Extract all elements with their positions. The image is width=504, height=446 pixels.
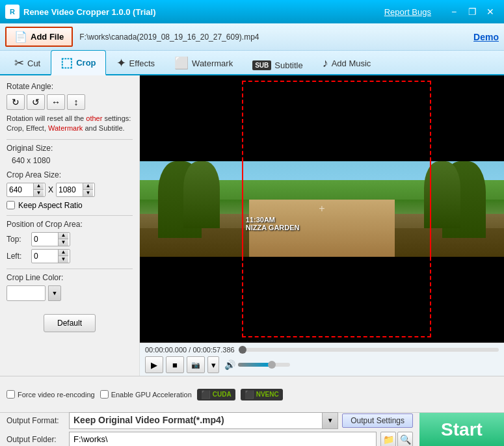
divider-1 [7, 139, 133, 140]
enable-gpu-option: Enable GPU Acceleration [100, 390, 192, 399]
top-field[interactable] [32, 234, 58, 244]
flip-v-button[interactable]: ↕ [67, 94, 85, 110]
position-label: Position of Crop Area: [7, 220, 133, 229]
watermark-icon: ⬜ [174, 56, 189, 70]
demo-link[interactable]: Demo [473, 32, 499, 42]
crop-width-field[interactable] [7, 185, 33, 195]
rotate-angle-label: Rotate Angle: [7, 82, 133, 91]
video-controls: 00:00:00.000 / 00:00:57.386 ▶ ■ 📷 ▾ 🔊 [140, 343, 504, 376]
tab-subtitle[interactable]: SUB Subtitle [243, 57, 312, 74]
default-button[interactable]: Default [44, 314, 96, 332]
close-button[interactable]: ✕ [482, 5, 499, 19]
nvidia-logo-icon: ⬛ [201, 390, 211, 399]
volume-slider: 🔊 [224, 360, 290, 370]
tab-watermark-label: Watermark [192, 59, 233, 68]
format-select: Keep Original Video Format(*.mp4) ▼ [69, 412, 338, 429]
left-down[interactable]: ▼ [58, 256, 68, 263]
crop-size-row: ▲ ▼ X ▲ ▼ [7, 183, 133, 197]
color-dropdown-arrow[interactable]: ▼ [48, 285, 61, 301]
crop-top-border [242, 81, 431, 161]
crop-width-input[interactable]: ▲ ▼ [7, 183, 46, 197]
position-top-row: Top: ▲ ▼ [7, 232, 133, 246]
tab-watermark[interactable]: ⬜ Watermark [165, 52, 242, 74]
add-file-button[interactable]: 📄 Add File [5, 27, 73, 47]
minimize-button[interactable]: − [445, 5, 462, 19]
crop-icon: ⬚ [60, 55, 73, 70]
folder-icons: 📁 🔍 [380, 432, 413, 447]
top-up[interactable]: ▲ [58, 233, 68, 239]
search-folder-button[interactable]: 🔍 [397, 432, 413, 447]
crop-right-line [430, 161, 431, 257]
original-size-label: Original Size: [7, 144, 133, 153]
keep-aspect-ratio-checkbox[interactable] [7, 201, 15, 209]
progress-track[interactable] [239, 348, 499, 352]
tab-cut[interactable]: ✂ Cut [5, 52, 49, 74]
tab-add-music[interactable]: ♪ Add Music [313, 53, 380, 74]
crop-width-arrows: ▲ ▼ [33, 183, 44, 196]
play-button[interactable]: ▶ [145, 356, 163, 373]
crop-height-field[interactable] [57, 185, 83, 195]
crop-line-color-label: Crop Line Color: [7, 273, 133, 282]
volume-icon: 🔊 [224, 360, 235, 370]
rotate-ccw-button[interactable]: ↺ [27, 94, 45, 110]
format-dropdown[interactable]: Keep Original Video Format(*.mp4) [69, 412, 323, 429]
rotate-cw-button[interactable]: ↻ [7, 94, 25, 110]
video-area[interactable]: 11:30AM NIZZA GARDEN + [140, 75, 504, 343]
tree-left-2 [183, 161, 220, 229]
screenshot-button[interactable]: 📷 [187, 356, 205, 373]
left-input[interactable]: ▲ ▼ [31, 249, 70, 263]
footer-left: Output Format: Keep Original Video Forma… [0, 413, 419, 446]
force-reencoding-checkbox[interactable] [7, 390, 15, 399]
browse-folder-button[interactable]: 📁 [380, 432, 396, 447]
tab-crop-label: Crop [76, 58, 96, 68]
current-time: 00:00:00.000 / 00:00:57.386 [145, 346, 235, 354]
stop-button[interactable]: ■ [166, 356, 184, 373]
tab-crop[interactable]: ⬚ Crop [51, 50, 105, 75]
tab-cut-label: Cut [27, 59, 40, 68]
format-arrow-icon[interactable]: ▼ [323, 412, 338, 429]
crop-width-down[interactable]: ▼ [33, 190, 44, 196]
volume-thumb[interactable] [268, 361, 276, 369]
tab-subtitle-label: Subtitle [274, 60, 302, 70]
left-up[interactable]: ▲ [58, 250, 68, 256]
divider-2 [7, 215, 133, 216]
progress-thumb[interactable] [239, 346, 246, 354]
color-box[interactable] [7, 285, 46, 301]
enable-gpu-checkbox[interactable] [100, 390, 109, 399]
title-bar: R Renee Video Cropper 1.0.0 (Trial) Repo… [0, 0, 504, 23]
left-field[interactable] [32, 251, 58, 261]
crop-left-line [242, 161, 243, 257]
crop-height-input[interactable]: ▲ ▼ [56, 183, 95, 197]
video-strip: 11:30AM NIZZA GARDEN + [140, 161, 504, 257]
ctrl-buttons: ▶ ■ 📷 ▾ 🔊 [145, 356, 499, 373]
original-size-value: 640 x 1080 [12, 156, 133, 165]
tab-effects[interactable]: ✦ Effects [107, 52, 165, 74]
folder-path-input[interactable] [69, 432, 377, 447]
output-folder-row: Output Folder: 📁 🔍 [7, 432, 413, 447]
rotation-notice: Rotation will reset all the other settin… [7, 114, 133, 134]
video-panel: 11:30AM NIZZA GARDEN + 00:00:00.000 / 00… [140, 75, 504, 376]
top-input[interactable]: ▲ ▼ [31, 232, 70, 246]
report-bugs-link[interactable]: Report Bugs [384, 7, 431, 17]
time-total-value: 00:00:57.386 [192, 346, 234, 354]
crop-height-up[interactable]: ▲ [83, 183, 93, 190]
crop-width-up[interactable]: ▲ [33, 183, 44, 190]
cuda-label: CUDA [213, 391, 232, 398]
effects-icon: ✦ [116, 56, 126, 70]
crop-height-down[interactable]: ▼ [83, 190, 93, 196]
file-path: F:\works\canada(2019_08_19_16_20_27_609)… [79, 33, 473, 42]
flip-h-button[interactable]: ↔ [47, 94, 65, 110]
restore-button[interactable]: ❐ [464, 5, 481, 19]
time-current-value: 00:00:00.000 [145, 346, 187, 354]
timestamp-location: NIZZA GARDEN [246, 224, 300, 231]
output-settings-button[interactable]: Output Settings [342, 413, 413, 428]
footer-row: Output Format: Keep Original Video Forma… [0, 412, 504, 446]
top-down[interactable]: ▼ [58, 239, 68, 246]
screenshot-dropdown[interactable]: ▾ [207, 356, 219, 373]
top-black-bar [140, 75, 504, 161]
timestamp-display: 11:30AM NIZZA GARDEN [242, 215, 304, 233]
start-button[interactable]: Start [419, 413, 504, 446]
bottom-black-bar [140, 257, 504, 343]
volume-track[interactable] [238, 363, 290, 367]
toolbar: 📄 Add File F:\works\canada(2019_08_19_16… [0, 23, 504, 51]
